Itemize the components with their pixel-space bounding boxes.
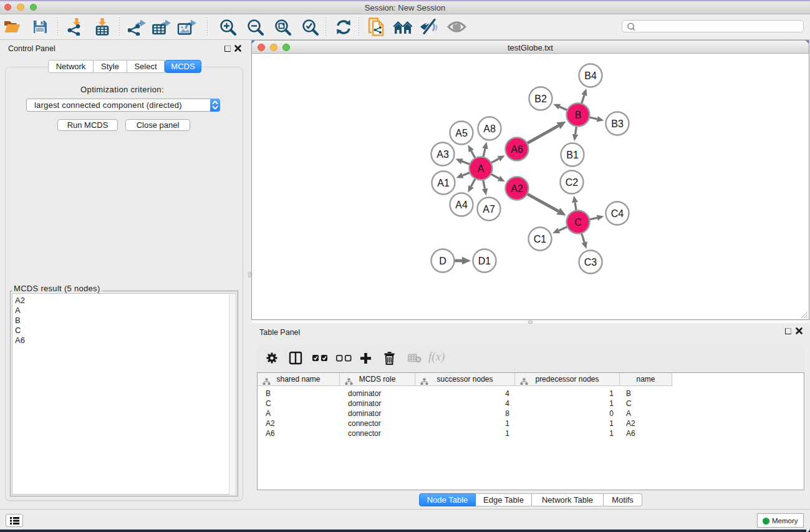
svg-text:A2: A2 [511, 183, 523, 194]
svg-text:B1: B1 [566, 150, 579, 160]
svg-text:A7: A7 [483, 204, 495, 215]
svg-text:A5: A5 [455, 128, 468, 138]
svg-text:A1: A1 [437, 178, 450, 188]
svg-text:D1: D1 [478, 256, 491, 266]
svg-text:C2: C2 [566, 177, 579, 188]
svg-text:C: C [574, 217, 582, 228]
svg-text:C3: C3 [584, 257, 597, 268]
svg-text:D: D [439, 256, 446, 266]
svg-text:B3: B3 [611, 118, 624, 129]
svg-text:B2: B2 [534, 94, 547, 104]
svg-text:C4: C4 [611, 208, 624, 219]
svg-text:A6: A6 [511, 144, 523, 155]
svg-text:A: A [478, 163, 485, 174]
svg-text:B4: B4 [584, 70, 597, 81]
svg-text:A8: A8 [483, 123, 496, 134]
svg-text:A4: A4 [455, 200, 468, 210]
svg-text:B: B [575, 110, 582, 120]
svg-text:A3: A3 [436, 149, 449, 160]
svg-text:C1: C1 [534, 234, 547, 244]
